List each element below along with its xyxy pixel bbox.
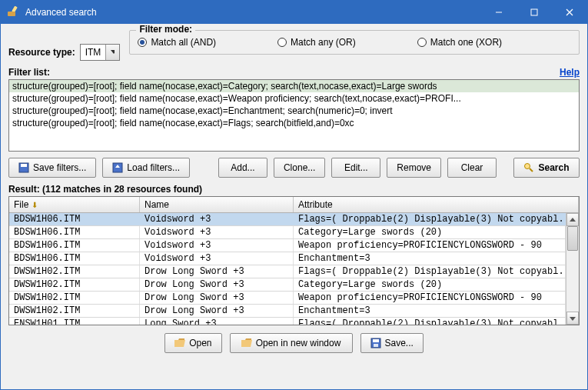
svg-point-11 (525, 164, 530, 169)
filter-item[interactable]: structure(grouped)=[root]; field name(no… (9, 80, 579, 92)
table-row[interactable]: DWSW1H02.ITMDrow Long Sword +3Flags=( Dr… (9, 265, 566, 278)
svg-marker-18 (241, 340, 252, 347)
cell-name: Drow Long Sword +3 (140, 292, 294, 304)
close-button[interactable] (552, 1, 587, 24)
svg-marker-17 (241, 338, 251, 340)
cell-attr: Enchantment=3 (294, 305, 566, 317)
cell-attr: Weapon proficiency=PROFICIENCYLONGSWORD … (294, 292, 566, 304)
table-row[interactable]: BDSW1H06.ITMVoidsword +3Enchantment=3 (9, 252, 566, 265)
filter-mode-group: Filter mode: Match all (AND) Match any (… (129, 30, 580, 55)
table-row[interactable]: BDSW1H06.ITMVoidsword +3Weapon proficien… (9, 239, 566, 252)
titlebar: Advanced search (1, 1, 587, 24)
table-row[interactable]: DWSW1H02.ITMDrow Long Sword +3Weapon pro… (9, 292, 566, 305)
svg-marker-6 (111, 50, 115, 54)
svg-rect-3 (531, 9, 537, 15)
svg-rect-8 (21, 164, 27, 167)
search-icon (523, 162, 534, 173)
cell-file: DWSW1H02.ITM (9, 278, 140, 291)
clone-button[interactable]: Clone... (274, 158, 325, 178)
cell-name: Voidsword +3 (140, 252, 294, 265)
result-table: File⬇ Name Attribute BDSW1H06.ITMVoidswo… (8, 196, 580, 325)
resource-type-label: Resource type: (8, 47, 75, 58)
filter-list-label: Filter list: (8, 67, 50, 78)
add-button[interactable]: Add... (218, 158, 267, 178)
edit-button[interactable]: Edit... (331, 158, 380, 178)
app-icon (7, 6, 19, 18)
cell-file: BDSW1H06.ITM (9, 252, 140, 265)
col-file[interactable]: File⬇ (9, 197, 140, 212)
cell-file: ENSW1H01.ITM (9, 318, 140, 325)
scroll-down-icon[interactable] (566, 312, 579, 325)
cell-name: Drow Long Sword +3 (140, 278, 294, 291)
resource-type-value: ITM (81, 47, 106, 58)
folder-open-icon (241, 338, 252, 348)
cell-attr: Flags=( Droppable(2) Displayable(3) Not … (294, 265, 566, 278)
scroll-up-icon[interactable] (566, 213, 579, 226)
cell-attr: Flags=( Droppable(2) Displayable(3) Not … (294, 318, 566, 325)
cell-file: BDSW1H06.ITM (9, 226, 140, 238)
cell-name: Drow Long Sword +3 (140, 305, 294, 317)
save-filters-button[interactable]: Save filters... (8, 158, 96, 178)
table-row[interactable]: DWSW1H02.ITMDrow Long Sword +3Category=L… (9, 278, 566, 292)
minimize-button[interactable] (481, 1, 517, 24)
svg-line-12 (530, 168, 533, 172)
save-icon (18, 162, 29, 173)
radio-match-any[interactable]: Match any (OR) (277, 37, 356, 48)
sort-desc-icon: ⬇ (32, 201, 38, 209)
cell-attr: Category=Large swords (20) (294, 278, 566, 291)
chevron-down-icon (105, 45, 119, 60)
open-button[interactable]: Open (164, 333, 221, 353)
cell-name: Voidsword +3 (140, 213, 294, 225)
remove-button[interactable]: Remove (387, 158, 441, 178)
help-link[interactable]: Help (560, 67, 580, 78)
vertical-scrollbar[interactable] (566, 213, 579, 325)
resource-type-combo[interactable]: ITM (80, 44, 121, 61)
maximize-button[interactable] (517, 1, 552, 24)
folder-open-icon (174, 338, 185, 348)
svg-rect-1 (8, 12, 15, 16)
cell-name: Drow Long Sword +3 (140, 265, 294, 278)
table-row[interactable]: ENSW1H01.ITMLong Sword +3Flags=( Droppab… (9, 318, 566, 325)
col-attribute[interactable]: Attribute (294, 197, 579, 212)
search-button[interactable]: Search (513, 158, 580, 178)
svg-marker-16 (174, 340, 185, 347)
svg-marker-15 (174, 338, 184, 340)
filter-item[interactable]: structure(grouped)=[root]; field name(no… (9, 117, 579, 129)
table-row[interactable]: BDSW1H06.ITMVoidsword +3Flags=( Droppabl… (9, 213, 566, 226)
open-new-window-button[interactable]: Open in new window (230, 333, 353, 353)
cell-file: BDSW1H06.ITM (9, 239, 140, 252)
svg-marker-14 (570, 317, 576, 321)
save-button[interactable]: Save... (360, 333, 424, 353)
table-header: File⬇ Name Attribute (9, 197, 579, 213)
radio-match-all[interactable]: Match all (AND) (138, 37, 216, 48)
clear-button[interactable]: Clear (447, 158, 497, 178)
radio-match-one[interactable]: Match one (XOR) (417, 37, 502, 48)
cell-file: DWSW1H02.ITM (9, 305, 140, 317)
col-name[interactable]: Name (140, 197, 294, 212)
cell-file: DWSW1H02.ITM (9, 265, 140, 278)
table-row[interactable]: BDSW1H06.ITMVoidsword +3Category=Large s… (9, 226, 566, 239)
cell-name: Voidsword +3 (140, 226, 294, 238)
cell-file: DWSW1H02.ITM (9, 292, 140, 304)
cell-attr: Flags=( Droppable(2) Displayable(3) Not … (294, 213, 566, 225)
load-filters-button[interactable]: Load filters... (102, 158, 190, 178)
cell-attr: Enchantment=3 (294, 252, 566, 265)
load-icon (112, 162, 123, 173)
disk-icon (370, 338, 381, 348)
svg-rect-20 (373, 339, 379, 342)
filter-item[interactable]: structure(grouped)=[root]; field name(no… (9, 105, 579, 117)
cell-attr: Weapon proficiency=PROFICIENCYLONGSWORD … (294, 239, 566, 252)
cell-file: BDSW1H06.ITM (9, 213, 140, 225)
filter-list[interactable]: structure(grouped)=[root]; field name(no… (8, 79, 580, 152)
filter-item[interactable]: structure(grouped)=[root]; field name(no… (9, 92, 579, 105)
result-label: Result: (112 matches in 28 resources fou… (8, 184, 580, 195)
filter-mode-legend: Filter mode: (136, 24, 195, 35)
window-title: Advanced search (25, 7, 481, 18)
cell-name: Voidsword +3 (140, 239, 294, 252)
cell-attr: Category=Large swords (20) (294, 226, 566, 238)
svg-rect-21 (374, 344, 378, 347)
scroll-thumb[interactable] (567, 226, 578, 251)
table-row[interactable]: DWSW1H02.ITMDrow Long Sword +3Enchantmen… (9, 305, 566, 318)
svg-marker-13 (570, 218, 576, 222)
cell-name: Long Sword +3 (140, 318, 294, 325)
